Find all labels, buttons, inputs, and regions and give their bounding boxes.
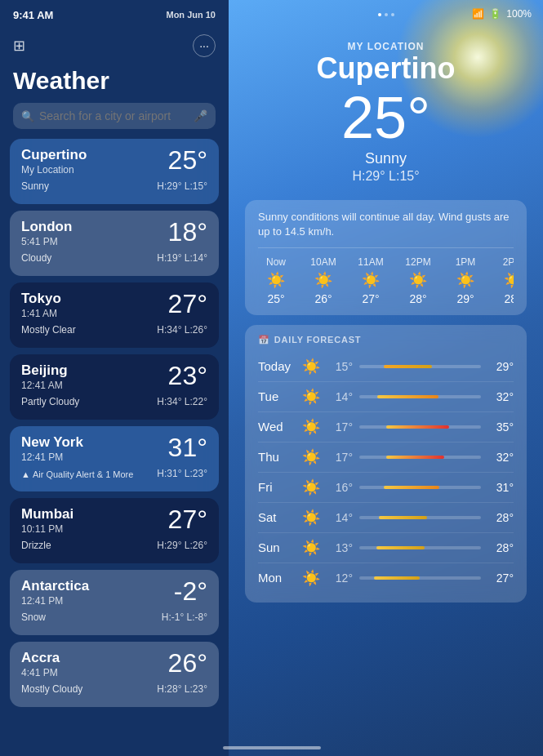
city-card-tokyo[interactable]: Tokyo 1:41 AM 27° Mostly Clear H:34° L:2… (10, 282, 219, 348)
temp-bar-container (359, 425, 481, 429)
city-time: 12:41 AM (21, 380, 68, 391)
city-card-top: Tokyo 1:41 AM 27° (21, 291, 207, 319)
city-name: London (21, 219, 72, 235)
daily-icon: ☀️ (299, 388, 323, 406)
hourly-time: 2PM (503, 256, 514, 268)
city-hi-lo: H:31° L:23° (157, 468, 207, 479)
hourly-icon: ☀️ (504, 271, 514, 289)
daily-row: Thu ☀️ 17° 32° (258, 442, 514, 473)
city-temp: 31° (168, 434, 207, 460)
city-subtitle: My Location (21, 164, 87, 176)
city-hi-lo: H:29° L:15° (157, 180, 207, 192)
hourly-item: 12PM ☀️ 28° (400, 256, 436, 305)
right-panel: 📶 🔋 100% MY LOCATION Cupertino 25° Sunny… (229, 0, 543, 756)
temp-bar (386, 456, 445, 459)
daily-low: 17° (323, 420, 353, 434)
daily-high: 31° (487, 481, 514, 494)
city-card-top: Mumbai 10:11 PM 27° (21, 506, 207, 535)
city-time: 12:41 PM (21, 451, 83, 463)
city-temp: 25° (168, 147, 207, 173)
daily-row: Wed ☀️ 17° 35° (258, 412, 514, 442)
forecast-description: Sunny conditions will continue all day. … (258, 210, 514, 248)
daily-icon: ☀️ (299, 539, 323, 557)
temp-bar-container (359, 576, 481, 580)
city-temp: 26° (168, 650, 207, 676)
temp-bar (374, 576, 421, 580)
hourly-temp: 28° (409, 292, 426, 305)
city-condition: Cloudy (21, 252, 51, 264)
temp-bar (376, 546, 425, 549)
city-hi-lo: H:34° L:26° (157, 324, 207, 336)
city-card-mumbai[interactable]: Mumbai 10:11 PM 27° Drizzle H:29° L:26° (10, 498, 219, 563)
my-location-label: MY LOCATION (245, 41, 527, 52)
city-time: 10:11 PM (21, 523, 73, 535)
city-time: 12:41 PM (21, 595, 89, 607)
city-condition: Mostly Clear (21, 324, 76, 336)
temp-bar (386, 425, 449, 429)
daily-icon: ☀️ (299, 418, 323, 436)
right-content: MY LOCATION Cupertino 25° Sunny H:29° L:… (229, 0, 543, 619)
main-hi-lo: H:29° L:15° (245, 169, 527, 184)
sidebar-toggle-icon[interactable]: ⊞ (13, 37, 25, 55)
city-card-antarctica[interactable]: Antarctica 12:41 PM -2° Snow H:-1° L:-8° (10, 570, 219, 635)
hourly-forecast-card: Sunny conditions will continue all day. … (245, 200, 527, 315)
hourly-scroll: Now ☀️ 25° 10AM ☀️ 26° 11AM ☀️ 27° 12PM … (258, 256, 514, 305)
temp-bar-container (359, 516, 481, 519)
status-day: Mon Jun 10 (166, 10, 216, 20)
temp-bar (384, 365, 433, 368)
search-bar[interactable]: 🔍 🎤 (13, 103, 216, 129)
city-temp: 27° (168, 291, 207, 317)
city-alert: ▲Air Quality Alert & 1 More (21, 469, 133, 479)
status-bar: 9:41 AM Mon Jun 10 (0, 0, 229, 29)
daily-high: 27° (487, 571, 514, 585)
hourly-item: Now ☀️ 25° (258, 256, 294, 305)
city-condition: Sunny (21, 180, 49, 192)
temp-bar (377, 395, 438, 398)
city-card-bottom: Mostly Cloudy H:28° L:23° (21, 683, 207, 695)
hourly-item: 2PM ☀️ 28° (495, 256, 514, 305)
daily-day: Tue (258, 389, 299, 403)
more-button[interactable]: ··· (193, 34, 216, 57)
hourly-icon: ☀️ (314, 271, 332, 289)
cities-list: Cupertino My Location 25° Sunny H:29° L:… (0, 139, 229, 756)
city-name: Antarctica (21, 578, 89, 594)
city-card-beijing[interactable]: Beijing 12:41 AM 23° Partly Cloudy H:34°… (10, 354, 219, 420)
city-condition: Mostly Cloudy (21, 683, 82, 695)
city-temp: -2° (174, 578, 207, 604)
city-name: Tokyo (21, 291, 61, 307)
mic-icon[interactable]: 🎤 (194, 109, 207, 122)
hourly-temp: 25° (267, 292, 284, 305)
city-card-cupertino[interactable]: Cupertino My Location 25° Sunny H:29° L:… (10, 139, 219, 204)
temp-bar-container (359, 456, 481, 459)
status-time: 9:41 AM (13, 9, 53, 21)
daily-day: Wed (258, 420, 299, 434)
city-temp: 23° (168, 362, 207, 389)
daily-low: 12° (323, 571, 353, 585)
city-card-top: Beijing 12:41 AM 23° (21, 362, 207, 391)
city-card-top: Antarctica 12:41 PM -2° (21, 578, 207, 607)
main-city-name: Cupertino (245, 52, 527, 85)
daily-forecast-header: 📅 DAILY FORECAST (258, 335, 514, 345)
hourly-temp: 26° (314, 292, 332, 305)
home-indicator (223, 746, 321, 749)
hourly-time: 11AM (358, 256, 383, 268)
city-card-london[interactable]: London 5:41 PM 18° Cloudy H:19° L:14° (10, 211, 219, 276)
daily-day: Fri (258, 480, 299, 494)
city-card-new-york[interactable]: New York 12:41 PM 31° ▲Air Quality Alert… (10, 426, 219, 491)
city-hi-lo: H:34° L:22° (157, 396, 207, 407)
daily-low: 13° (323, 541, 353, 554)
city-temp: 27° (168, 506, 207, 532)
daily-row: Sun ☀️ 13° 28° (258, 533, 514, 563)
city-condition: Drizzle (21, 540, 51, 551)
calendar-icon: 📅 (258, 335, 270, 345)
city-card-top: New York 12:41 PM 31° (21, 434, 207, 463)
hourly-item: 1PM ☀️ 29° (447, 256, 483, 305)
city-card-accra[interactable]: Accra 4:41 PM 26° Mostly Cloudy H:28° L:… (10, 642, 219, 707)
search-icon: 🔍 (21, 110, 34, 122)
search-input[interactable] (39, 109, 189, 122)
temp-bar-container (359, 546, 481, 549)
daily-high: 32° (487, 390, 514, 403)
temp-bar (379, 516, 428, 519)
daily-low: 14° (323, 511, 353, 524)
daily-row: Tue ☀️ 14° 32° (258, 382, 514, 412)
